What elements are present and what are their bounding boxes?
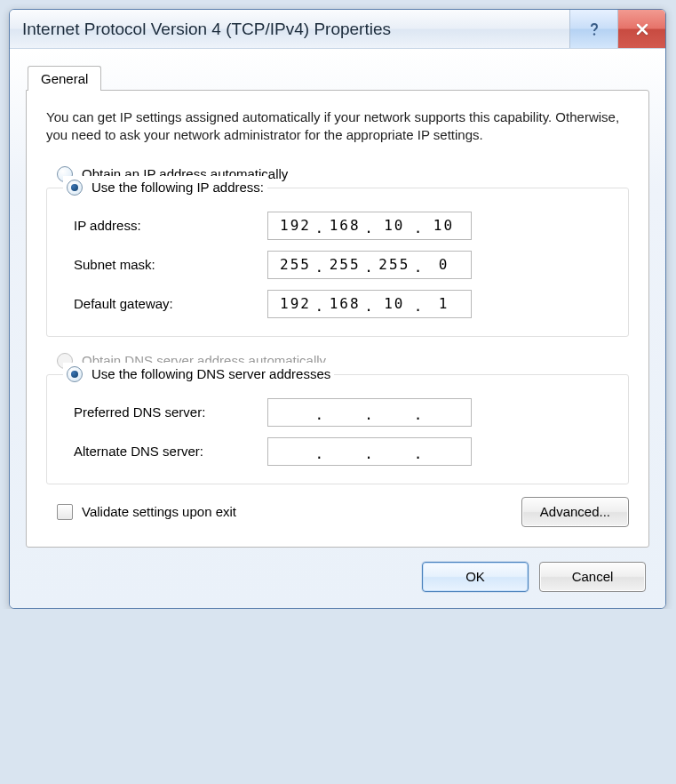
properties-dialog: Internet Protocol Version 4 (TCP/IPv4) P… [9,9,666,609]
ip-octet: 255 [377,256,412,273]
radio-dns-manual-label: Use the following DNS server addresses [91,366,330,381]
validate-checkbox-row[interactable]: Validate settings upon exit [46,504,236,520]
dialog-body: General You can get IP settings assigned… [10,49,665,608]
radio-ip-manual[interactable] [67,180,83,196]
intro-text: You can get IP settings assigned automat… [46,108,629,145]
window-title: Internet Protocol Version 4 (TCP/IPv4) P… [22,20,569,39]
help-button[interactable] [569,10,617,48]
ok-button[interactable]: OK [422,562,529,592]
help-icon [586,21,602,37]
tab-general[interactable]: General [28,66,101,91]
preferred-dns-input[interactable]: . . . [267,398,472,427]
tab-panel-general: You can get IP settings assigned automat… [26,90,649,548]
subnet-mask-label: Subnet mask: [63,257,267,272]
validate-checkbox[interactable] [57,504,73,520]
radio-dns-manual-row[interactable]: Use the following DNS server addresses [67,363,330,386]
subnet-mask-row: Subnet mask: 255. 255. 255. 0 [63,245,612,284]
ip-octet: 10 [425,217,461,234]
preferred-dns-row: Preferred DNS server: . . . [63,393,612,432]
titlebar: Internet Protocol Version 4 (TCP/IPv4) P… [10,10,665,49]
ip-octet: 0 [425,256,461,273]
dns-fieldset: Use the following DNS server addresses P… [46,374,629,484]
subnet-mask-input[interactable]: 255. 255. 255. 0 [267,251,472,279]
close-button[interactable] [617,10,665,48]
default-gateway-label: Default gateway: [63,296,267,311]
svg-point-0 [592,33,594,35]
default-gateway-row: Default gateway: 192. 168. 10. 1 [63,284,612,324]
bottom-row: Validate settings upon exit Advanced... [46,497,629,527]
ip-octet: 168 [327,217,362,234]
ip-octet: 255 [278,256,314,273]
ip-octet: 10 [377,217,412,234]
dialog-buttons: OK Cancel [26,548,649,592]
ip-octet: 10 [377,295,412,312]
default-gateway-input[interactable]: 192. 168. 10. 1 [267,290,472,318]
ip-fieldset: Use the following IP address: IP address… [46,188,629,337]
close-icon [634,21,650,37]
alternate-dns-row: Alternate DNS server: . . . [63,432,612,471]
cancel-button[interactable]: Cancel [539,562,646,592]
validate-checkbox-label: Validate settings upon exit [82,504,236,519]
preferred-dns-label: Preferred DNS server: [63,404,267,420]
ip-octet: 192 [278,217,314,234]
ip-address-label: IP address: [63,218,267,233]
ip-octet: 255 [327,256,362,273]
radio-ip-manual-row[interactable]: Use the following IP address: [67,176,264,199]
advanced-button[interactable]: Advanced... [521,497,629,527]
ip-octet: 192 [278,295,314,312]
ip-octet: 168 [327,295,362,312]
ip-address-row: IP address: 192. 168. 10. 10 [63,206,612,245]
alternate-dns-input[interactable]: . . . [267,437,472,466]
tab-container: General You can get IP settings assigned… [26,65,649,548]
radio-ip-manual-label: Use the following IP address: [91,180,264,195]
ip-octet: 1 [425,295,461,312]
window-buttons [569,10,665,48]
ip-address-input[interactable]: 192. 168. 10. 10 [267,212,472,240]
alternate-dns-label: Alternate DNS server: [63,444,267,459]
radio-dns-manual[interactable] [67,366,83,382]
